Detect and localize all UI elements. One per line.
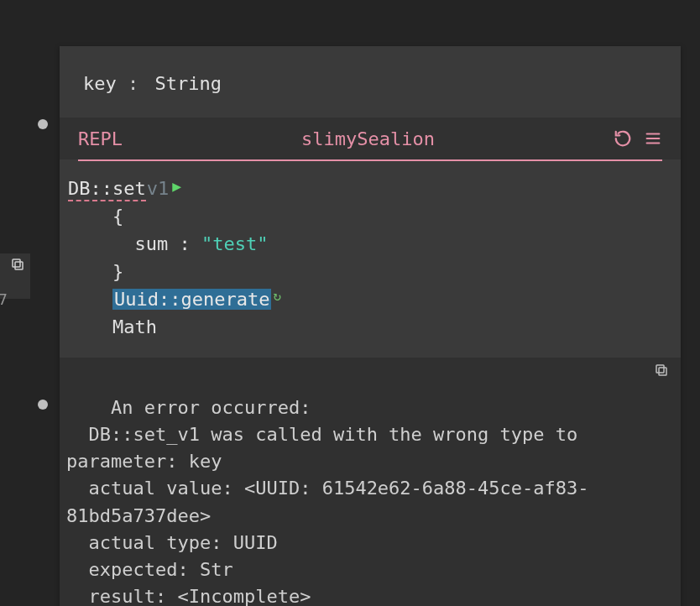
- error-line: expected: Str: [66, 559, 233, 580]
- copy-icon[interactable]: [10, 257, 25, 272]
- function-name: DB::set: [68, 178, 146, 201]
- error-line: actual type: UUID: [66, 532, 278, 553]
- svg-rect-0: [15, 262, 23, 269]
- code-token: Math: [112, 316, 157, 337]
- svg-rect-5: [659, 368, 666, 375]
- indent: [68, 289, 112, 310]
- play-icon[interactable]: ▶: [172, 177, 181, 195]
- brace-open: {: [112, 206, 123, 227]
- type-signature: key : String: [60, 46, 681, 118]
- sig-sep: :: [117, 73, 150, 94]
- error-line: DB::set_v1 was called with the wrong typ…: [66, 424, 589, 472]
- gutter-marker[interactable]: [38, 119, 48, 129]
- brace-close: }: [112, 261, 123, 282]
- code-editor[interactable]: DB::setv1▶ { sum : "test" } Uuid::genera…: [60, 163, 681, 358]
- error-output: An error occurred: DB::set_v1 was called…: [60, 358, 681, 606]
- indent: [68, 233, 112, 254]
- selected-function[interactable]: Uuid::generate: [112, 289, 271, 310]
- repl-handler-name: slimySealion: [123, 128, 614, 149]
- mini-refresh-icon[interactable]: ↻: [273, 288, 281, 304]
- menu-icon[interactable]: [644, 129, 662, 148]
- copy-icon[interactable]: [654, 363, 669, 378]
- sig-param: key: [83, 73, 117, 94]
- indent: [68, 261, 112, 282]
- string-literal: "test": [201, 233, 268, 254]
- error-line: result: <Incomplete>: [66, 586, 311, 606]
- svg-rect-6: [656, 365, 664, 373]
- truncated-char: 7: [0, 290, 8, 308]
- rerun-icon[interactable]: [614, 129, 632, 148]
- repl-header: REPL slimySealion: [60, 118, 681, 159]
- editor-panel: key : String REPL slimySealion DB::setv1…: [60, 46, 681, 606]
- repl-label: REPL: [78, 128, 123, 149]
- function-version: v1: [147, 178, 170, 199]
- error-line: actual value: <UUID: 61542e62-6a88-45ce-…: [66, 478, 589, 525]
- gutter-marker[interactable]: [38, 400, 48, 410]
- sig-type: String: [155, 73, 222, 94]
- svg-rect-1: [13, 259, 20, 267]
- error-line: An error occurred:: [111, 397, 311, 418]
- indent: [68, 206, 112, 227]
- indent: [68, 316, 112, 337]
- record-key: sum :: [112, 233, 201, 254]
- header-underline: [78, 159, 662, 161]
